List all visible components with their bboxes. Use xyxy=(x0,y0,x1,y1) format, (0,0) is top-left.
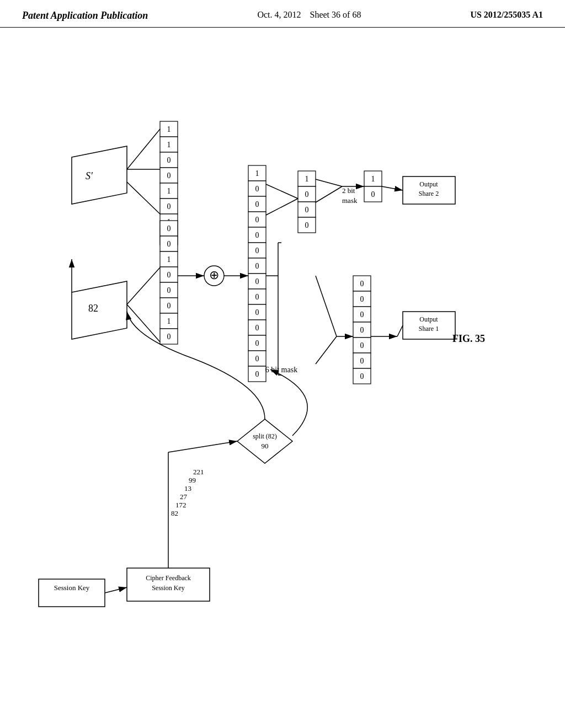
svg-line-142 xyxy=(168,441,237,452)
svg-marker-25 xyxy=(72,281,127,339)
svg-line-107 xyxy=(316,336,337,364)
svg-text:0: 0 xyxy=(360,280,364,288)
svg-line-43 xyxy=(127,267,160,304)
svg-line-90 xyxy=(266,184,298,199)
svg-text:13: 13 xyxy=(184,484,191,493)
svg-text:0: 0 xyxy=(167,333,171,341)
header-center: Oct. 4, 2012 Sheet 36 of 68 xyxy=(257,10,361,20)
svg-text:mask: mask xyxy=(342,196,358,205)
svg-text:0: 0 xyxy=(360,295,364,303)
svg-line-122 xyxy=(316,186,342,202)
svg-text:0: 0 xyxy=(255,277,259,286)
svg-text:S': S' xyxy=(86,170,93,181)
svg-text:0: 0 xyxy=(255,324,259,332)
svg-text:6 bit mask: 6 bit mask xyxy=(265,366,297,374)
svg-text:221: 221 xyxy=(193,468,204,476)
svg-text:0: 0 xyxy=(167,240,171,248)
svg-text:FIG. 35: FIG. 35 xyxy=(452,333,485,344)
svg-line-124 xyxy=(382,186,403,190)
svg-line-44 xyxy=(127,304,160,342)
svg-text:0: 0 xyxy=(255,200,259,208)
svg-text:0: 0 xyxy=(255,231,259,239)
header-date: Oct. 4, 2012 xyxy=(257,10,301,19)
svg-line-113 xyxy=(397,325,403,336)
svg-text:99: 99 xyxy=(189,476,196,484)
svg-text:0: 0 xyxy=(305,206,309,214)
svg-text:0: 0 xyxy=(167,156,171,164)
svg-text:Output: Output xyxy=(419,180,438,188)
svg-text:0: 0 xyxy=(255,293,259,301)
svg-line-22 xyxy=(127,182,160,214)
svg-text:Share 2: Share 2 xyxy=(419,190,439,197)
header-sheet: Sheet 36 of 68 xyxy=(310,10,361,19)
page-header: Patent Application Publication Oct. 4, 2… xyxy=(0,0,565,28)
svg-marker-2 xyxy=(72,146,127,204)
svg-text:0: 0 xyxy=(255,370,259,378)
svg-text:split (82): split (82) xyxy=(253,432,277,440)
svg-text:1: 1 xyxy=(371,175,375,183)
svg-text:0: 0 xyxy=(360,326,364,334)
svg-text:1: 1 xyxy=(305,175,309,183)
svg-text:0: 0 xyxy=(371,190,375,199)
svg-text:1: 1 xyxy=(167,125,171,133)
svg-text:0: 0 xyxy=(305,190,309,199)
svg-text:0: 0 xyxy=(167,202,171,211)
svg-text:0: 0 xyxy=(167,286,171,295)
svg-line-91 xyxy=(266,199,298,215)
header-patent: US 2012/255035 A1 xyxy=(470,10,543,20)
svg-text:0: 0 xyxy=(167,302,171,310)
diagram-svg: S' 1 1 0 0 1 0 1 0 ⊕ xyxy=(0,66,565,717)
svg-text:0: 0 xyxy=(167,271,171,279)
svg-text:1: 1 xyxy=(167,317,171,325)
diagram-area: S' 1 1 0 0 1 0 1 0 ⊕ xyxy=(0,66,565,717)
svg-text:1: 1 xyxy=(167,255,171,264)
svg-text:Share 1: Share 1 xyxy=(419,325,439,333)
svg-text:0: 0 xyxy=(360,372,364,381)
svg-text:Output: Output xyxy=(419,315,438,323)
svg-text:0: 0 xyxy=(255,355,259,363)
svg-text:1: 1 xyxy=(167,141,171,149)
svg-text:0: 0 xyxy=(255,308,259,317)
svg-text:27: 27 xyxy=(180,493,188,501)
svg-text:0: 0 xyxy=(255,216,259,224)
svg-text:⊕: ⊕ xyxy=(209,268,219,282)
svg-text:0: 0 xyxy=(255,262,259,270)
svg-text:90: 90 xyxy=(262,442,269,450)
svg-text:Cipher Feedback: Cipher Feedback xyxy=(146,574,191,582)
svg-text:82: 82 xyxy=(171,509,178,517)
svg-text:0: 0 xyxy=(360,341,364,350)
svg-text:0: 0 xyxy=(360,311,364,319)
svg-text:Session Key: Session Key xyxy=(152,584,185,592)
svg-line-106 xyxy=(316,276,337,336)
svg-text:0: 0 xyxy=(167,224,171,233)
svg-text:1: 1 xyxy=(255,169,259,178)
svg-text:0: 0 xyxy=(255,185,259,193)
svg-text:0: 0 xyxy=(167,172,171,180)
svg-text:0: 0 xyxy=(360,357,364,365)
svg-line-21 xyxy=(127,129,160,169)
svg-text:82: 82 xyxy=(88,303,98,314)
svg-line-121 xyxy=(316,179,342,186)
svg-text:2 bit: 2 bit xyxy=(342,186,355,195)
svg-text:0: 0 xyxy=(305,221,309,229)
svg-text:Session Key: Session Key xyxy=(54,584,90,592)
svg-text:0: 0 xyxy=(255,247,259,255)
svg-line-131 xyxy=(105,587,127,593)
svg-marker-139 xyxy=(237,419,292,463)
header-title: Patent Application Publication xyxy=(22,10,148,22)
svg-text:0: 0 xyxy=(255,339,259,347)
svg-text:172: 172 xyxy=(175,501,186,509)
svg-text:1: 1 xyxy=(167,187,171,195)
